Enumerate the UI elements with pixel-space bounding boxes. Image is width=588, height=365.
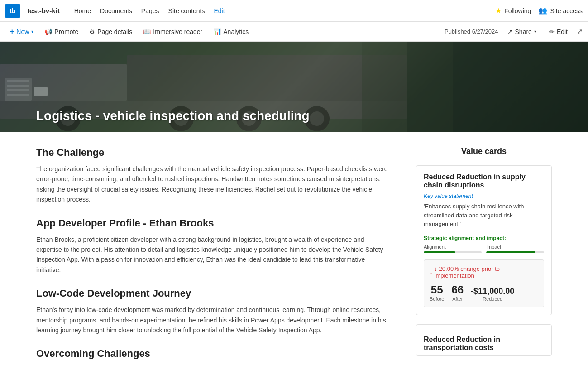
svg-rect-15	[7, 89, 29, 91]
edit-label: Edit	[557, 28, 568, 35]
article-section: The Challenge The organization faced sig…	[36, 147, 416, 365]
page-details-icon: ⚙	[89, 28, 95, 35]
immersive-reader-icon: 📖	[143, 28, 151, 35]
immersive-reader-button[interactable]: 📖 Immersive reader	[139, 26, 207, 37]
hero-section: Logistics - vehicle inspection and sched…	[0, 42, 588, 132]
reduced-label: Reduced	[471, 296, 514, 302]
site-access-button[interactable]: 👥 Site access	[538, 6, 583, 15]
challenge-heading: The Challenge	[36, 147, 389, 158]
before-metric: 55 Before	[430, 283, 444, 302]
value-cards-sidebar: Value cards Reduced Reduction in supply …	[416, 147, 552, 365]
site-access-label: Site access	[550, 7, 583, 14]
key-value-text-1: 'Enhances supply chain resilience with s…	[424, 202, 544, 229]
new-label: New	[16, 28, 29, 35]
immersive-reader-label: Immersive reader	[153, 28, 202, 35]
key-value-label-1: Key value statement	[424, 193, 544, 199]
metrics-box-1: ↓ ↓ 20.00% change prior to implementatio…	[424, 259, 544, 307]
promote-label: Promote	[54, 28, 78, 35]
edit-nav-link[interactable]: Edit	[210, 5, 229, 16]
share-icon: ↗	[507, 28, 513, 35]
edit-button[interactable]: ✏ Edit	[545, 26, 571, 37]
analytics-label: Analytics	[223, 28, 249, 35]
impact-bar: Impact	[486, 244, 544, 253]
svg-rect-16	[7, 94, 29, 96]
site-logo: tb	[5, 4, 20, 18]
pencil-icon: ✏	[549, 28, 555, 35]
before-value: 55	[430, 283, 444, 296]
expand-icon[interactable]: ⤢	[577, 27, 583, 36]
analytics-button[interactable]: 📊 Analytics	[209, 26, 253, 37]
following-button[interactable]: ★ Following	[495, 6, 531, 15]
value-cards-title: Value cards	[416, 147, 552, 156]
reduced-metric: -$11,000.00 Reduced	[471, 287, 514, 302]
svg-rect-14	[7, 85, 29, 87]
challenge-body: The organization faced significant chall…	[36, 164, 389, 205]
share-chevron-icon: ▾	[534, 29, 536, 34]
star-icon: ★	[495, 6, 502, 15]
strategic-label-1: Strategic alignment and impact:	[424, 235, 544, 241]
impact-fill	[486, 251, 535, 253]
share-label: Share	[515, 28, 532, 35]
published-status: Published 6/27/2024	[445, 28, 498, 35]
nav-links: Home Documents Pages Site contents Edit	[71, 5, 488, 16]
after-label: After	[451, 296, 464, 302]
nav-right: ★ Following 👥 Site access	[495, 6, 583, 15]
analytics-icon: 📊	[213, 28, 221, 35]
promote-button[interactable]: 📢 Promote	[40, 26, 83, 37]
value-card-1-title: Reduced Reduction in supply chain disrup…	[424, 173, 544, 189]
svg-rect-13	[7, 80, 29, 82]
documents-link[interactable]: Documents	[96, 5, 136, 16]
value-card-1: Reduced Reduction in supply chain disrup…	[416, 165, 552, 315]
change-text-1: ↓ 20.00% change prior to implementation	[435, 265, 539, 279]
progress-bars-1: Alignment Impact	[424, 244, 544, 253]
overcoming-heading: Overcoming Challenges	[36, 348, 389, 360]
new-chevron-icon: ▾	[31, 29, 33, 34]
new-button[interactable]: + New ▾	[5, 26, 38, 38]
after-value: 66	[451, 283, 464, 296]
top-navigation: tb test-bv-kit Home Documents Pages Site…	[0, 0, 588, 22]
before-label: Before	[430, 296, 444, 302]
value-card-2: Reduced Reduction in transportation cost…	[416, 324, 552, 356]
alignment-bar: Alignment	[424, 244, 482, 253]
toolbar: + New ▾ 📢 Promote ⚙ Page details 📖 Immer…	[0, 22, 588, 42]
down-arrow-icon: ↓	[430, 269, 433, 275]
alignment-track	[424, 251, 482, 253]
low-code-heading: Low-Code Development Journey	[36, 288, 389, 299]
toolbar-right: Published 6/27/2024 ↗ Share ▾ ✏ Edit ⤢	[445, 26, 583, 37]
promote-icon: 📢	[44, 28, 52, 35]
impact-label: Impact	[486, 244, 544, 250]
alignment-fill	[424, 251, 455, 253]
page-details-label: Page details	[97, 28, 132, 35]
svg-rect-17	[34, 87, 48, 96]
change-indicator-1: ↓ ↓ 20.00% change prior to implementatio…	[430, 265, 538, 279]
metrics-row-1: 55 Before 66 After -$11,000.00 Reduced	[430, 283, 538, 302]
app-developer-body: Ethan Brooks, a proficient citizen devel…	[36, 235, 389, 275]
following-label: Following	[504, 7, 531, 14]
low-code-body: Ethan's foray into low-code development …	[36, 305, 389, 335]
reduced-value: -$11,000.00	[471, 287, 514, 296]
page-details-button[interactable]: ⚙ Page details	[85, 26, 137, 37]
people-icon: 👥	[538, 6, 547, 15]
app-developer-heading: App Developer Profile - Ethan Brooks	[36, 217, 389, 229]
home-link[interactable]: Home	[71, 5, 95, 16]
plus-icon: +	[10, 28, 14, 36]
main-content: The Challenge The organization faced sig…	[0, 132, 588, 365]
site-contents-link[interactable]: Site contents	[165, 5, 209, 16]
alignment-label: Alignment	[424, 244, 482, 250]
svg-rect-19	[362, 42, 453, 132]
site-name: test-bv-kit	[27, 7, 60, 14]
hero-title: Logistics - vehicle inspection and sched…	[0, 100, 346, 132]
after-metric: 66 After	[451, 283, 464, 302]
impact-track	[486, 251, 544, 253]
value-card-2-title: Reduced Reduction in transportation cost…	[424, 336, 544, 352]
pages-link[interactable]: Pages	[138, 5, 163, 16]
share-button[interactable]: ↗ Share ▾	[504, 26, 540, 37]
